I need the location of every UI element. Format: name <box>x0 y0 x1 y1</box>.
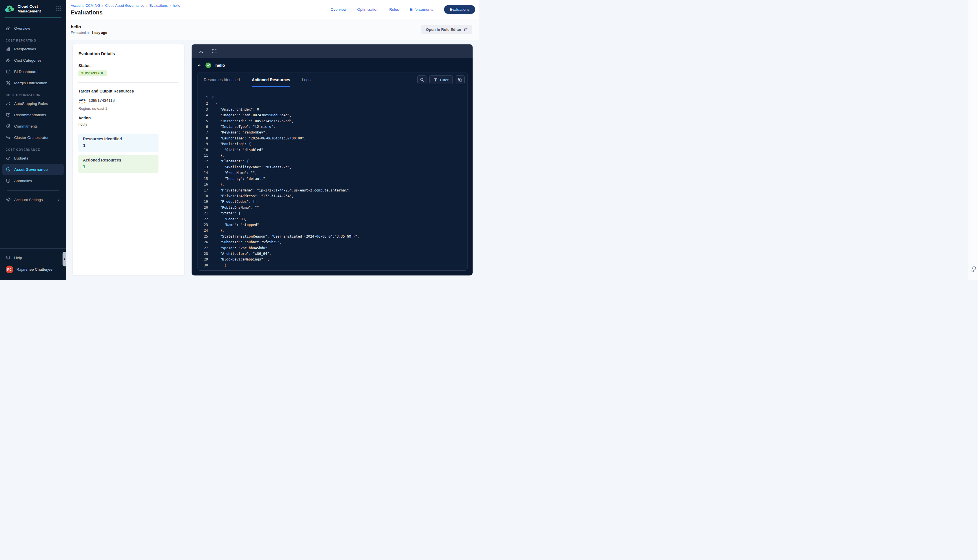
code-line: 11 }, <box>198 153 467 158</box>
sidebar-item-anomalies[interactable]: ! Anomalies <box>2 175 63 187</box>
copy-button[interactable] <box>456 75 465 84</box>
chevron-up-icon[interactable] <box>197 63 201 67</box>
sidebar-item-label: BI Dashboards <box>14 70 39 74</box>
sidebar-item-bi-dashboards[interactable]: BI Dashboards <box>2 66 63 77</box>
top-nav-link[interactable]: Rules <box>389 7 399 12</box>
code-line: 1[ <box>198 95 467 101</box>
top-nav-active-evaluations[interactable]: Evaluations <box>444 5 475 14</box>
line-number: 10 <box>198 147 210 153</box>
ccm-cloud-logo-icon: $ <box>5 5 15 12</box>
line-content: "Placement": { <box>210 158 249 164</box>
code-line: 21 "State": { <box>198 210 467 216</box>
resources-identified-value: 1 <box>83 143 154 148</box>
sidebar-item-perspectives[interactable]: Perspectives <box>2 43 63 55</box>
user-profile[interactable]: RC Rajarshee Chatterjee <box>2 263 63 275</box>
section-cost-governance: COST GOVERNANCE <box>6 148 60 151</box>
top-nav-link[interactable]: Overview <box>330 7 346 12</box>
line-number: 21 <box>198 210 210 216</box>
code-line: 7 "KeyName": "randomkey", <box>198 130 467 135</box>
resources-identified-tile: Resources Identified 1 <box>78 134 159 152</box>
line-content: { <box>210 101 218 106</box>
success-check-icon <box>205 63 211 68</box>
top-nav-link[interactable]: Optimization <box>357 7 378 12</box>
line-content: "GroupName": "", <box>210 170 257 176</box>
tab-actioned-resources[interactable]: Actioned Resources <box>252 72 290 87</box>
sidebar-item-cluster-orchestrator[interactable]: Cluster Orchestrator <box>2 132 63 143</box>
filter-button[interactable]: Filter <box>429 75 453 84</box>
code-line: 16 }, <box>198 182 467 187</box>
line-content: "VpcId": "vpc-bb845bd0", <box>210 245 269 251</box>
sidebar-item-asset-governance[interactable]: $ Asset Governance <box>2 164 63 175</box>
evaluation-accordion-header[interactable]: hello <box>192 58 472 68</box>
line-content: }, <box>210 153 224 158</box>
code-line: 13 "AvailabilityZone": "us-east-2c", <box>198 164 467 170</box>
breadcrumb-current[interactable]: hello <box>173 4 180 8</box>
sidebar-item-recommendations[interactable]: Recommendations <box>2 109 63 120</box>
tab-logs[interactable]: Logs <box>302 72 310 87</box>
line-content: "State": { <box>210 210 240 216</box>
line-content: "Code": 80, <box>210 217 247 222</box>
line-content: }, <box>210 228 224 233</box>
line-content: "PrivateDnsName": "ip-172-31-44-254.us-e… <box>210 188 351 193</box>
code-line: 6 "InstanceType": "t2.micro", <box>198 124 467 130</box>
tab-resources-identified[interactable]: Resources Identified <box>204 72 240 87</box>
actioned-resources-tile: Actioned Resources 1 <box>78 155 159 173</box>
sidebar-item-help[interactable]: ? Help <box>2 252 63 263</box>
gear-icon <box>6 197 11 202</box>
sidebar-item-account-settings[interactable]: Account Settings <box>2 194 63 205</box>
line-number: 1 <box>198 95 210 101</box>
evaluation-name: hello <box>71 24 107 29</box>
line-number: 22 <box>198 217 210 222</box>
app-title: Cloud Cost Management <box>18 4 41 14</box>
top-nav: Overview Optimization Rules Enforcements… <box>330 0 479 19</box>
fullscreen-icon[interactable] <box>212 48 217 53</box>
svg-text:!: ! <box>8 179 9 182</box>
sidebar-item-commitments[interactable]: Commitments <box>2 120 63 132</box>
sidebar-item-overview[interactable]: Overview <box>2 23 63 34</box>
code-line: 25 "StateTransitionReason": "User initia… <box>198 233 467 239</box>
svg-text:$: $ <box>8 157 9 160</box>
sidebar-item-label: Budgets <box>14 156 28 160</box>
sidebar-item-label: Anomalies <box>14 179 32 183</box>
code-line: 22 "Code": 80, <box>198 217 467 222</box>
svg-text:$: $ <box>8 168 9 171</box>
sidebar: $ Cloud Cost Management Overview COST RE… <box>0 0 66 280</box>
svg-text:$: $ <box>8 7 11 12</box>
sidebar-item-autostopping-rules[interactable]: AutoStopping Rules <box>2 98 63 109</box>
line-number: 26 <box>198 239 210 245</box>
line-number: 17 <box>198 188 210 193</box>
breadcrumb-cloud-asset-governance[interactable]: Cloud Asset Governance <box>105 4 144 8</box>
bar-chart-icon <box>6 47 11 52</box>
code-line: 2 { <box>198 101 467 106</box>
line-content: "PrivateIpAddress": "172.31.44.254", <box>210 193 294 199</box>
home-icon <box>6 26 11 31</box>
breadcrumb-evaluations[interactable]: Evaluations <box>149 4 168 8</box>
line-content: "StateTransitionReason": "User initiated… <box>210 233 359 239</box>
shapes-icon <box>6 58 11 63</box>
help-chat-icon: ? <box>6 255 11 260</box>
code-line: 4 "ImageId": "ami-002438e556dd03e4c", <box>198 112 467 118</box>
line-content: { <box>210 262 226 268</box>
sidebar-item-cost-categories[interactable]: Cost Categories <box>2 55 63 66</box>
line-content: "Monitoring": { <box>210 141 251 147</box>
download-icon[interactable] <box>199 48 204 54</box>
code-line: 26 "SubnetId": "subnet-75fe9b39", <box>198 239 467 245</box>
open-in-rule-editor-button[interactable]: Open in Rule Editor <box>421 25 472 34</box>
evaluated-at-value: 1 day ago <box>92 31 107 35</box>
dashboard-image-icon <box>6 69 11 74</box>
code-line: 3 "AmiLaunchIndex": 0, <box>198 107 467 112</box>
line-number: 28 <box>198 251 210 257</box>
search-button[interactable] <box>417 75 426 84</box>
line-content: "LaunchTime": "2024-06-06T04:41:37+00:00… <box>210 135 306 141</box>
sidebar-collapse-handle[interactable] <box>63 252 66 267</box>
top-nav-link[interactable]: Enforcements <box>410 7 433 12</box>
line-content: "InstanceType": "t2.micro", <box>210 124 275 130</box>
module-grid-icon[interactable] <box>56 6 62 12</box>
code-line: 23 "Name": "stopped" <box>198 222 467 228</box>
breadcrumb-account[interactable]: Account: CCM-NG <box>71 4 100 8</box>
sidebar-item-budgets[interactable]: $ Budgets <box>2 152 63 164</box>
svg-text:?: ? <box>7 256 8 258</box>
line-number: 6 <box>198 124 210 130</box>
sidebar-item-margin-obfuscation[interactable]: Margin Obfuscation <box>2 77 63 88</box>
code-editor[interactable]: 1[ 2 { 3 "AmiLaunchIndex": 0, 4 "ImageId <box>198 87 467 270</box>
